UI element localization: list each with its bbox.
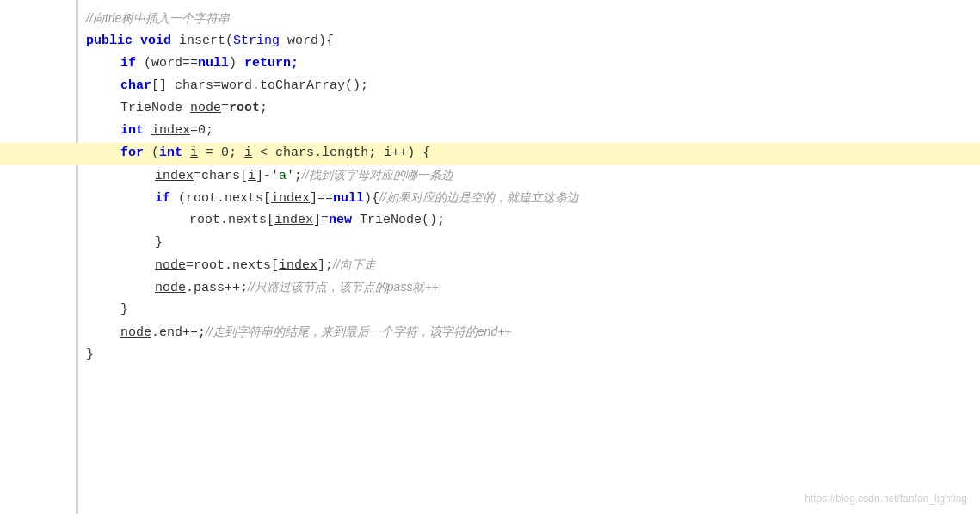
code-text: i++) { [384,143,430,164]
code-text: } [155,232,163,253]
var-node: node [155,256,186,276]
code-text: } [120,300,128,320]
comment-if-null: //如果对应的边是空的，就建立这条边 [379,188,579,207]
code-text: ; [260,98,268,119]
method-name: insert( [179,31,233,52]
comment-text: //向trie树中插入一个字符串 [86,9,230,28]
code-line: } [0,344,980,367]
code-line: root.nexts[ index ]= new TrieNode(); [0,210,980,232]
code-line: } [0,300,980,322]
code-line: TrieNode node = root ; [0,98,980,121]
var-node3: node [120,323,151,344]
comment-end: //走到字符串的结尾，来到最后一个字符，该字符的end++ [206,322,512,341]
code-text: TrieNode [120,98,190,119]
code-text: = [221,98,229,119]
code-text: .end++; [151,323,206,344]
comment-pass: //只路过该节点，该节点的pass就++ [248,277,439,296]
code-line: int index =0; [0,121,980,143]
code-text: < chars.length; [252,143,384,164]
code-text: ]= [313,210,329,231]
var-index: index [155,166,194,187]
param: word){ [280,31,334,52]
code-text: ; [294,166,302,187]
code-line: node .end++; //走到字符串的结尾，来到最后一个字符，该字符的end… [0,322,980,344]
space [182,143,190,164]
type-string: String [233,31,280,52]
code-text: = 0; [198,143,244,164]
code-text: =chars[ [194,166,248,187]
keyword-return: return; [244,53,299,74]
code-container: //向trie树中插入一个字符串 public void insert( Str… [0,0,980,514]
var-node2: node [155,278,186,299]
code-text: (word== [136,53,198,74]
keyword-int: int [120,121,144,141]
code-text: ) [229,53,237,74]
var-index3: index [274,210,313,231]
code-text: [] chars=word.toCharArray(); [151,76,368,96]
keyword-null: null [198,53,229,74]
code-text: =root.nexts[ [186,256,279,276]
code-text: .pass++; [186,278,248,299]
code-text: } [86,344,94,365]
keyword-public: public [86,31,133,52]
var-i3: i [248,166,256,187]
var-index4: index [279,256,317,276]
code-line: if (root.nexts[ index ]== null ){ //如果对应… [0,188,980,210]
code-text: ]; [317,256,333,276]
space [144,121,151,141]
code-text: (root.nexts[ [170,189,271,209]
code-line: node .pass++; //只路过该节点，该节点的pass就++ [0,277,980,300]
char-a: 'a' [271,166,294,187]
space [237,53,244,74]
code-line: if (word== null ) return; [0,53,980,76]
var-i: i [190,143,198,164]
code-line: char [] chars=word.toCharArray(); [0,76,980,98]
keyword-new: new [329,210,352,231]
keyword-for: for [120,143,144,164]
code-text: ]- [256,166,271,187]
code-bold: root [229,98,260,119]
code-text: ]== [310,189,333,209]
code-line: public void insert( String word){ [0,31,980,53]
code-text: TrieNode(); [352,210,445,231]
code-text: root.nexts[ [189,210,274,231]
code-text: ( [144,143,159,164]
space [133,31,140,52]
code-underline: node [190,98,221,119]
watermark: https://blog.csdn.net/fanfan_lighting [804,491,967,507]
code-text: ){ [364,189,379,209]
code-line-highlighted: for ( int i = 0; i < chars.length; i++) … [0,143,980,165]
var-i2: i [244,143,252,164]
code-line: } [0,232,980,255]
code-line: //向trie树中插入一个字符串 [0,9,980,31]
code-line: node =root.nexts[ index ]; //向下走 [0,255,980,277]
keyword-null2: null [333,189,364,209]
code-underline: index [151,121,190,141]
comment-find-edge: //找到该字母对应的哪一条边 [302,165,453,184]
code-text: =0; [190,121,213,141]
keyword-void: void [140,31,171,52]
space [171,31,179,52]
keyword-int2: int [159,143,182,164]
keyword-if: if [120,53,136,74]
keyword-if2: if [155,189,170,209]
var-index2: index [271,189,310,209]
code-line: index =chars[ i ]- 'a' ; //找到该字母对应的哪一条边 [0,165,980,188]
keyword-char: char [120,76,151,96]
comment-go-down: //向下走 [333,255,376,274]
